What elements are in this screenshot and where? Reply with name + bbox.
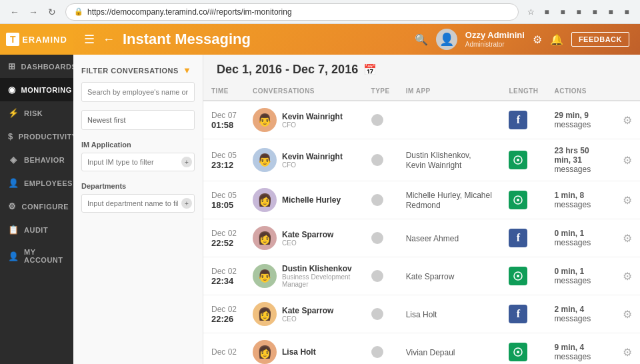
person-details: Kevin Wainright CFO [282, 112, 343, 129]
length-value: 29 min, 9 [555, 111, 589, 120]
row-action-gear-icon[interactable]: ⚙ [623, 309, 632, 320]
svg-point-3 [517, 199, 519, 201]
settings-icon[interactable]: ⚙ [533, 33, 542, 46]
cell-length: 2 min, 4 messages [547, 295, 615, 333]
message-type-icon [371, 154, 383, 166]
cell-conversation[interactable]: 👩 Kate Sparrow CEO [245, 219, 363, 257]
message-type-icon [371, 346, 383, 358]
im-app-input[interactable] [81, 153, 195, 171]
cell-conversation[interactable]: 👩 Kate Sparrow CEO [245, 295, 363, 333]
svg-point-5 [517, 275, 519, 277]
calendar-icon[interactable]: 📅 [363, 63, 377, 76]
browser-toolbar-icons: ☆ ■ ■ ■ ■ ■ ■ [524, 5, 633, 19]
back-nav-button[interactable]: ← [103, 33, 115, 47]
cell-im-app: f [501, 295, 546, 333]
sidebar-label-productivity: PRODUCTIVITY [19, 133, 77, 141]
conversation-with-names: Kate Sparrow [406, 272, 455, 281]
ext-icon-5[interactable]: ■ [604, 5, 617, 19]
main-content: FILTER CONVERSATIONS ▼ Newest first Olde… [73, 55, 640, 364]
row-action-gear-icon[interactable]: ⚙ [623, 195, 632, 206]
sidebar-label-employees: EMPLOYEES [24, 179, 73, 187]
search-icon[interactable]: 🔍 [415, 33, 428, 46]
cell-length: 0 min, 1 messages [547, 257, 615, 295]
person-name: Kate Sparrow [282, 230, 333, 239]
audit-icon: 📋 [8, 225, 19, 235]
sidebar-item-risk[interactable]: ⚡ RISK [0, 101, 73, 125]
sidebar-item-configure[interactable]: ⚙ CONFIGURE [0, 195, 73, 218]
date-range: Dec 1, 2016 - Dec 7, 2016 [217, 63, 358, 77]
cell-time: Dec 02 22:26 [203, 295, 245, 333]
sidebar-item-behavior[interactable]: ◈ BEHAVIOR [0, 148, 73, 171]
hamburger-button[interactable]: ☰ [84, 32, 95, 47]
cell-actions[interactable]: ⚙ [615, 101, 640, 139]
length-unit: messages [555, 314, 591, 323]
forward-button[interactable]: → [25, 4, 41, 20]
cell-actions[interactable]: ⚙ [615, 295, 640, 333]
filter-panel: FILTER CONVERSATIONS ▼ Newest first Olde… [73, 55, 203, 364]
ext-icon-6[interactable]: ■ [620, 5, 633, 19]
row-action-gear-icon[interactable]: ⚙ [623, 155, 632, 166]
row-action-gear-icon[interactable]: ⚙ [623, 233, 632, 244]
time-date: Dec 02 [211, 305, 237, 314]
cell-actions[interactable]: ⚙ [615, 257, 640, 295]
person-details: Dustin Klishenkov Business Development M… [282, 264, 355, 288]
cell-conversation[interactable]: 👨 Dustin Klishenkov Business Development… [245, 257, 363, 295]
conversation-with-names: Lisa Holt [406, 310, 437, 319]
cell-time: Dec 05 18:05 [203, 181, 245, 219]
person-details: Kate Sparrow CEO [282, 306, 333, 323]
refresh-button[interactable]: ↻ [44, 4, 60, 20]
time-time: 23:12 [211, 160, 237, 170]
behavior-icon: ◈ [8, 155, 19, 165]
cell-im-app [501, 257, 546, 295]
feedback-button[interactable]: FEEDBACK [571, 32, 629, 47]
person-role: CFO [282, 161, 343, 169]
browser-nav[interactable]: ← → ↻ [7, 4, 60, 20]
ext-icon-2[interactable]: ■ [556, 5, 569, 19]
ext-icon-3[interactable]: ■ [572, 5, 585, 19]
departments-label: Departments [81, 182, 195, 190]
im-app-badge [509, 191, 527, 209]
row-action-gear-icon[interactable]: ⚙ [623, 115, 632, 126]
employee-search-input[interactable] [81, 82, 195, 102]
sidebar-label-behavior: BEHAVIOR [24, 156, 65, 164]
cell-conversation[interactable]: 👨 Kevin Wainright CFO [245, 101, 363, 139]
sidebar-item-monitoring[interactable]: ◉ MONITORING [0, 78, 73, 101]
conversation-person: 👩 Kate Sparrow CEO [253, 226, 355, 250]
im-app-clear-button[interactable]: + [181, 157, 192, 167]
sort-dropdown[interactable]: Newest first Oldest first [81, 110, 195, 130]
cell-type [363, 333, 398, 365]
cell-conversation-with: Vivian Depaul [398, 333, 501, 365]
cell-actions[interactable]: ⚙ [615, 181, 640, 219]
sidebar-item-audit[interactable]: 📋 AUDIT [0, 218, 73, 241]
cell-conversation-with: Kate Sparrow [398, 257, 501, 295]
person-avatar: 👨 [253, 108, 277, 132]
person-role: Business Development Manager [282, 273, 355, 288]
row-action-gear-icon[interactable]: ⚙ [623, 347, 632, 358]
person-avatar: 👩 [253, 340, 277, 364]
sidebar-item-productivity[interactable]: $ PRODUCTIVITY [0, 125, 73, 148]
cell-im-app [501, 181, 546, 219]
sidebar-item-my-account[interactable]: 👤 MY ACCOUNT [0, 241, 73, 271]
svg-point-1 [517, 159, 519, 161]
ext-icon-1[interactable]: ■ [540, 5, 553, 19]
ext-icon-4[interactable]: ■ [588, 5, 601, 19]
notification-icon[interactable]: 🔔 [550, 33, 563, 46]
cell-conversation[interactable]: 👨 Kevin Wainright CFO [245, 139, 363, 181]
cell-actions[interactable]: ⚙ [615, 139, 640, 181]
sidebar-item-employees[interactable]: 👤 EMPLOYEES [0, 171, 73, 195]
table-row: Dec 05 18:05 👩 Michelle Hurley Michelle … [203, 181, 640, 219]
back-button[interactable]: ← [7, 4, 23, 20]
departments-input[interactable] [81, 194, 195, 213]
cell-conversation[interactable]: 👩 Lisa Holt [245, 333, 363, 365]
cell-im-app: f [501, 219, 546, 257]
cell-actions[interactable]: ⚙ [615, 219, 640, 257]
cell-type [363, 139, 398, 181]
sidebar-item-dashboards[interactable]: ⊞ DASHBOARDS [0, 55, 73, 78]
address-bar[interactable]: 🔒 https://democompany.teramind.co/#/repo… [65, 3, 519, 21]
row-action-gear-icon[interactable]: ⚙ [623, 271, 632, 282]
cell-conversation[interactable]: 👩 Michelle Hurley [245, 181, 363, 219]
star-icon[interactable]: ☆ [524, 5, 537, 19]
im-app-badge [509, 343, 527, 361]
cell-actions[interactable]: ⚙ [615, 333, 640, 365]
departments-clear-button[interactable]: + [181, 198, 192, 209]
